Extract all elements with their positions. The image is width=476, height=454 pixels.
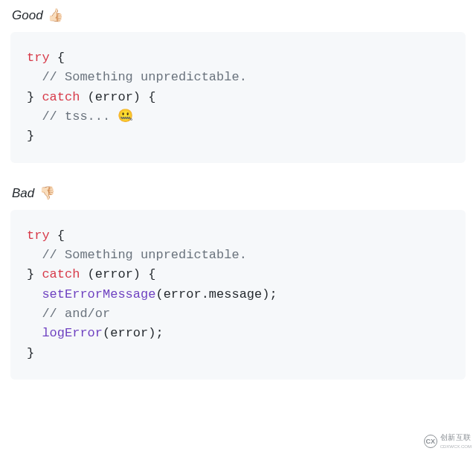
watermark-en: CDXWCX.COM xyxy=(440,444,472,449)
brace: } xyxy=(27,129,34,143)
brace: { xyxy=(50,228,65,243)
section-title-good: Good 👍🏻 xyxy=(12,7,464,23)
kw-try: try xyxy=(27,51,50,65)
catch-args: (error) { xyxy=(80,90,155,104)
brace: } xyxy=(27,346,34,360)
watermark-logo-icon: CX xyxy=(424,435,437,448)
shush-emoji-icon: 🤐 xyxy=(118,109,133,124)
code-block-bad: try { // Something unpredictable. } catc… xyxy=(10,210,466,380)
section-title-bad: Bad 👎🏻 xyxy=(12,185,464,201)
code-block-good: try { // Something unpredictable. } catc… xyxy=(10,32,466,163)
watermark-cn: 创新互联 xyxy=(440,433,472,441)
kw-catch: catch xyxy=(42,267,80,281)
comment: // Something unpredictable. xyxy=(42,70,246,84)
document-root: Good 👍🏻 try { // Something unpredictable… xyxy=(0,0,476,391)
thumbs-down-icon: 👎🏻 xyxy=(39,186,55,200)
thumbs-up-icon: 👍🏻 xyxy=(48,8,63,22)
watermark: CX 创新互联 CDXWCX.COM xyxy=(424,433,472,450)
fn-setErrorMessage: setErrorMessage xyxy=(42,287,155,301)
call-args: (error.message); xyxy=(155,287,277,301)
comment: // Something unpredictable. xyxy=(42,248,246,262)
call-args: (error); xyxy=(103,326,164,340)
comment: // and/or xyxy=(42,307,110,321)
kw-catch: catch xyxy=(42,90,80,104)
brace: } xyxy=(27,267,42,281)
watermark-text: 创新互联 CDXWCX.COM xyxy=(440,433,472,450)
brace: { xyxy=(50,51,65,65)
kw-try: try xyxy=(27,228,50,243)
section-label: Good xyxy=(12,8,43,22)
catch-args: (error) { xyxy=(80,267,155,281)
comment: // tss... xyxy=(42,109,118,124)
section-label: Bad xyxy=(12,186,34,200)
fn-logError: logError xyxy=(42,326,103,340)
brace: } xyxy=(27,90,42,104)
